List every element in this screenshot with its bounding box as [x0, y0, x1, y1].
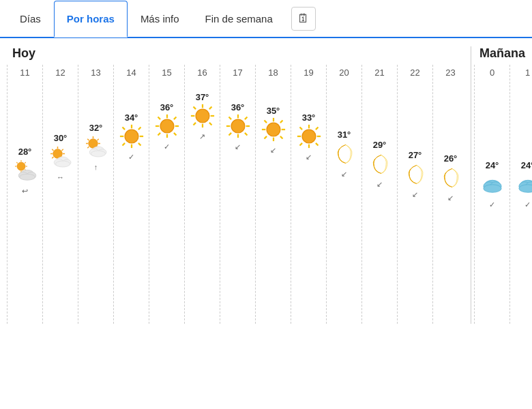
temperature: 36°: [231, 102, 245, 112]
hour-label: 0: [490, 67, 494, 78]
weather-icon: [84, 134, 108, 162]
tab-calendar[interactable]: 🗓: [291, 7, 316, 31]
svg-line-71: [244, 133, 247, 136]
content-area: Hoy 1128° ↩1230°: [0, 38, 532, 324]
svg-line-30: [87, 139, 89, 140]
wind-indicator: ↙: [447, 194, 454, 202]
svg-line-63: [209, 107, 211, 110]
svg-point-37: [91, 151, 105, 157]
svg-line-5: [16, 162, 18, 164]
temperature: 32°: [89, 123, 103, 133]
svg-line-46: [122, 143, 125, 146]
wind-indicator: ✓: [524, 200, 531, 209]
hour-label: 14: [126, 67, 136, 78]
svg-point-65: [231, 119, 245, 133]
section-today: Hoy 1128° ↩1230°: [7, 46, 468, 324]
svg-line-80: [280, 136, 282, 139]
weather-icon: [190, 104, 215, 131]
hour-label: 22: [410, 67, 419, 78]
calendar-icon: 🗓: [297, 12, 310, 26]
svg-line-17: [52, 149, 53, 151]
weather-icon: [119, 124, 144, 151]
svg-line-44: [138, 143, 141, 146]
svg-line-52: [158, 117, 160, 120]
tomorrow-label: Mañana: [474, 46, 532, 61]
svg-point-83: [302, 130, 316, 143]
hour-col-22: 2227° ↙: [397, 65, 432, 324]
hour-label: 17: [233, 67, 242, 78]
wind-indicator: ↙: [306, 153, 312, 162]
temperature: 37°: [196, 92, 209, 102]
svg-line-33: [87, 147, 89, 148]
weather-icon: [155, 114, 179, 141]
wind-indicator: ↑: [94, 163, 98, 171]
hour-col-14: 1434° ✓: [113, 65, 149, 324]
temperature: 29°: [373, 140, 387, 150]
tab-fin-de-semana[interactable]: Fin de semana: [192, 0, 286, 37]
weather-icon: [403, 162, 428, 189]
svg-point-74: [267, 123, 280, 136]
hour-col-17: 1736° ↙: [220, 65, 255, 324]
tab-por-horas[interactable]: Por horas: [54, 1, 128, 37]
svg-point-24: [55, 161, 70, 167]
temperature: 24°: [486, 160, 499, 170]
tabs-container: Días Por horas Más info Fin de semana 🗓: [0, 0, 532, 38]
weather-icon: [261, 117, 286, 145]
svg-line-88: [299, 127, 302, 130]
svg-line-53: [173, 133, 176, 136]
wind-indicator: ↗: [199, 132, 205, 141]
wind-indicator: ↙: [235, 142, 241, 151]
svg-line-55: [158, 133, 160, 136]
tab-dias[interactable]: Días: [7, 0, 54, 37]
hour-col-12: 1230° ↔: [42, 65, 78, 324]
hour-col-15: 1536° ✓: [149, 65, 184, 324]
svg-point-0: [17, 162, 25, 170]
svg-line-91: [299, 143, 302, 146]
svg-point-56: [196, 109, 209, 123]
wind-indicator: ↙: [412, 190, 418, 199]
wind-indicator: ↔: [57, 173, 64, 181]
hour-label: 11: [20, 67, 29, 78]
wind-indicator: ↙: [376, 180, 383, 189]
hour-col-19: 1933° ↙: [291, 65, 326, 324]
svg-line-20: [52, 157, 53, 158]
hour-label: 12: [55, 67, 65, 78]
svg-line-81: [280, 121, 282, 123]
hour-label: 20: [339, 67, 349, 78]
svg-line-19: [61, 149, 63, 151]
wind-indicator: ↩: [22, 187, 28, 196]
today-label: Hoy: [7, 46, 468, 61]
svg-line-79: [264, 121, 267, 123]
weather-icon: [48, 145, 73, 172]
svg-line-32: [97, 139, 98, 140]
weather-icon: [332, 141, 357, 168]
hour-label: 21: [374, 67, 384, 78]
weather-icon: [297, 124, 321, 151]
hour-label: 23: [445, 67, 455, 78]
weather-icon: [516, 172, 533, 199]
hour-label: 13: [91, 67, 100, 78]
wind-indicator: ✓: [128, 153, 134, 162]
section-tomorrow: Mañana 024° ✓124° ✓224° ✓: [471, 46, 532, 324]
temperature: 26°: [444, 153, 458, 164]
svg-line-73: [228, 133, 231, 136]
svg-line-72: [244, 117, 247, 120]
svg-point-95: [483, 185, 501, 192]
svg-line-61: [193, 107, 196, 110]
svg-line-64: [193, 123, 196, 125]
hour-col-11: 1128° ↩: [7, 65, 42, 324]
temperature: 36°: [160, 102, 174, 112]
hour-col-20: 2031° ↙: [326, 65, 361, 324]
hour-label: 19: [304, 67, 313, 78]
svg-line-43: [122, 127, 125, 130]
hour-label: 1: [525, 67, 530, 78]
svg-line-62: [209, 123, 211, 125]
weather-icon: [480, 172, 505, 199]
svg-point-99: [518, 185, 532, 192]
hour-label: 15: [162, 67, 171, 78]
svg-line-70: [228, 117, 231, 120]
weather-icon: [226, 114, 250, 141]
wind-indicator: ↙: [270, 146, 276, 155]
tab-mas-info[interactable]: Más info: [128, 0, 192, 37]
hour-col-23: 2326° ↙: [432, 65, 468, 324]
